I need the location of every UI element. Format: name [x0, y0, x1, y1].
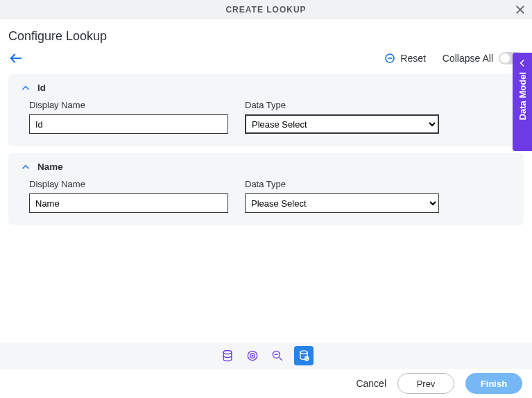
svg-line-10 [279, 358, 282, 361]
stepper-bar [0, 343, 532, 369]
section-title: Name [37, 162, 63, 172]
chevron-up-icon [21, 83, 31, 93]
section-header[interactable]: Id [21, 83, 511, 93]
side-tab-data-model[interactable]: Data Model [513, 53, 532, 151]
svg-point-8 [252, 355, 253, 356]
section-title: Id [37, 83, 46, 93]
step-configure-icon[interactable] [294, 346, 314, 365]
data-type-label: Data Type [245, 179, 439, 189]
close-icon[interactable] [513, 2, 528, 17]
reset-label: Reset [400, 53, 426, 64]
footer-bar: Cancel Prev Finish [0, 369, 532, 398]
step-target-icon[interactable] [244, 347, 261, 364]
page-title: Configure Lookup [8, 29, 524, 44]
toggle-knob-icon [500, 53, 510, 63]
back-arrow-icon[interactable] [8, 51, 24, 66]
display-name-input[interactable] [29, 193, 228, 213]
step-database-icon[interactable] [219, 347, 236, 364]
cancel-button[interactable]: Cancel [356, 378, 386, 389]
section-name: Name Display Name Data Type Please Selec… [8, 153, 524, 225]
title-bar: CREATE LOOKUP [0, 0, 532, 19]
display-name-label: Display Name [29, 100, 228, 110]
collapse-all-label: Collapse All [443, 53, 493, 64]
section-id: Id Display Name Data Type Please Select [8, 74, 524, 146]
prev-button[interactable]: Prev [397, 373, 454, 394]
data-type-select[interactable]: Please Select [245, 193, 439, 213]
section-header[interactable]: Name [21, 162, 511, 172]
finish-button[interactable]: Finish [465, 373, 522, 394]
svg-point-5 [223, 351, 232, 354]
reset-icon [384, 52, 396, 64]
step-search-icon[interactable] [269, 347, 286, 364]
chevron-left-icon [517, 58, 527, 68]
svg-point-14 [306, 358, 307, 359]
chevron-up-icon [21, 162, 31, 172]
title-bar-text: CREATE LOOKUP [225, 5, 306, 15]
side-tab-label: Data Model [517, 72, 528, 120]
display-name-label: Display Name [29, 179, 228, 189]
data-type-select[interactable]: Please Select [245, 114, 439, 134]
display-name-input[interactable] [29, 114, 228, 134]
toolbar: Reset Collapse All [8, 51, 524, 66]
svg-point-12 [300, 351, 307, 354]
data-type-label: Data Type [245, 100, 439, 110]
reset-button[interactable]: Reset [384, 52, 426, 64]
